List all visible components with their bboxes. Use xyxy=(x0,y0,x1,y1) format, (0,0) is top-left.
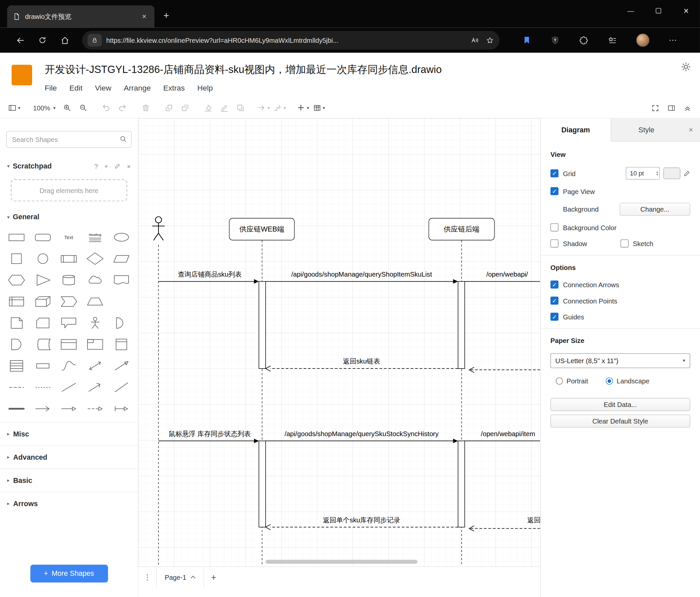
format-panel-toggle-button[interactable] xyxy=(663,100,679,115)
message-label[interactable]: 返回 xyxy=(527,516,540,525)
menu-help[interactable]: Help xyxy=(197,84,213,93)
shape-ellipse[interactable] xyxy=(108,226,134,248)
page-tab[interactable]: Page-1 xyxy=(156,567,204,588)
lifeline-header-web[interactable]: 供应链WEB端 xyxy=(229,218,295,240)
insert-button[interactable]: ▾ xyxy=(295,100,311,115)
shape-trapezoid[interactable] xyxy=(82,291,108,312)
shape-callout[interactable] xyxy=(56,312,82,334)
shape-actor[interactable] xyxy=(82,312,108,334)
message-label[interactable]: 返回sku链表 xyxy=(343,358,380,366)
shape-rectangle[interactable] xyxy=(4,226,30,248)
connection-button[interactable]: ▾ xyxy=(255,100,271,115)
url-bar[interactable]: https://file.kkview.cn/onlinePreview?url… xyxy=(82,31,499,50)
browser-menu-icon[interactable]: ⋯ xyxy=(669,35,677,45)
spinner-icon[interactable]: ▴▾ xyxy=(656,171,658,176)
lock-icon[interactable] xyxy=(88,34,102,46)
grid-checkbox[interactable] xyxy=(551,169,558,177)
actor-figure[interactable] xyxy=(152,217,165,240)
delete-button[interactable] xyxy=(138,100,153,115)
shape-vertical-container[interactable] xyxy=(108,334,134,355)
extensions-puzzle-icon[interactable] xyxy=(579,35,588,45)
menu-extras[interactable]: Extras xyxy=(164,84,185,93)
shape-cube[interactable] xyxy=(30,291,56,312)
menu-arrange[interactable]: Arrange xyxy=(124,84,150,93)
new-tab-button[interactable]: + xyxy=(164,10,169,22)
pages-menu-icon[interactable]: ⋮ xyxy=(139,567,156,588)
shape-diagonal-arrow[interactable] xyxy=(82,377,108,398)
sidebar-section-basic[interactable]: ▸Basic xyxy=(0,469,138,492)
browser-tab[interactable]: drawio文件预览 × xyxy=(7,5,154,27)
shape-thin-arrow[interactable] xyxy=(30,398,56,420)
redo-button[interactable] xyxy=(114,100,130,115)
window-minimize-button[interactable]: — xyxy=(617,0,645,22)
table-button[interactable]: ▾ xyxy=(311,100,327,115)
shape-note[interactable] xyxy=(4,312,30,334)
activation-bars[interactable] xyxy=(259,282,465,527)
scratchpad-header[interactable]: ▾ Scratchpad ? + × xyxy=(7,162,131,170)
tampermonkey-shield-icon[interactable]: T xyxy=(551,35,560,45)
shape-bidirectional-arrow[interactable] xyxy=(82,355,108,377)
message-label[interactable]: /api/goods/shopManage/queryShopItemSkuLi… xyxy=(291,270,432,278)
shadow-checkbox[interactable] xyxy=(551,239,558,247)
window-maximize-button[interactable] xyxy=(645,0,673,22)
shape-list[interactable] xyxy=(4,355,30,377)
undo-button[interactable] xyxy=(98,100,114,115)
shape-square[interactable] xyxy=(4,248,30,270)
shape-arrow[interactable] xyxy=(108,355,134,377)
shape-curve[interactable] xyxy=(56,355,82,377)
landscape-option[interactable]: Landscape xyxy=(606,377,649,385)
fullscreen-button[interactable] xyxy=(647,100,663,115)
shape-list-item[interactable] xyxy=(30,355,56,377)
line-color-button[interactable] xyxy=(216,100,232,115)
scratchpad-edit-icon[interactable] xyxy=(114,163,121,169)
sidebar-section-misc[interactable]: ▸Misc xyxy=(0,422,138,446)
page-view-checkbox[interactable] xyxy=(551,187,558,195)
shape-process[interactable] xyxy=(56,248,82,270)
waypoints-button[interactable]: ▾ xyxy=(271,100,288,115)
shape-step[interactable] xyxy=(56,291,82,312)
panel-close-icon[interactable]: × xyxy=(682,118,700,141)
shape-dotted-line[interactable] xyxy=(30,377,56,398)
tab-style[interactable]: Style xyxy=(611,118,682,141)
window-close-button[interactable]: × xyxy=(672,0,700,22)
sidebar-section-arrows[interactable]: ▸Arrows xyxy=(0,492,138,515)
blue-bookmark-extension-icon[interactable] xyxy=(522,36,531,45)
shape-container[interactable] xyxy=(56,334,82,355)
paper-size-select[interactable]: US-Letter (8,5" x 11") ▾ xyxy=(551,353,691,368)
shape-diagonal-line[interactable] xyxy=(108,377,134,398)
to-back-button[interactable] xyxy=(177,100,193,115)
grid-color-swatch[interactable] xyxy=(663,167,680,179)
shape-internal-storage[interactable] xyxy=(4,291,30,312)
message-label[interactable]: /api/goods/shopManage/querySkuStockSyncH… xyxy=(285,430,439,437)
clear-default-style-button[interactable]: Clear Default Style xyxy=(551,414,691,428)
shape-dashed-connector[interactable] xyxy=(82,398,108,420)
horizontal-scrollbar[interactable] xyxy=(266,560,417,564)
shape-diamond[interactable] xyxy=(82,248,108,270)
edit-data-button[interactable]: Edit Data... xyxy=(551,398,691,411)
favorite-star-icon[interactable] xyxy=(485,36,494,44)
scratchpad-dropzone[interactable]: Drag elements here xyxy=(10,179,127,201)
shape-cylinder[interactable] xyxy=(56,269,82,291)
shape-arrow-connector[interactable] xyxy=(108,398,134,420)
sketch-checkbox[interactable] xyxy=(621,239,628,247)
shape-rounded-rectangle[interactable] xyxy=(30,226,56,248)
shape-parallelogram[interactable] xyxy=(108,248,134,270)
theme-toggle-sun-icon[interactable] xyxy=(681,62,691,72)
shape-directional-connector[interactable] xyxy=(56,398,82,420)
portrait-option[interactable]: Portrait xyxy=(556,377,588,385)
message-label[interactable]: 鼠标悬浮 库存同步状态列表 xyxy=(169,430,251,438)
zoom-in-button[interactable] xyxy=(59,100,75,115)
shape-circle[interactable] xyxy=(30,248,56,270)
edit-color-icon[interactable] xyxy=(683,170,690,176)
message-label[interactable]: /open/webapi/item xyxy=(481,430,535,437)
sidebar-section-general[interactable]: ▾ General xyxy=(7,213,131,221)
scratchpad-add-icon[interactable]: + xyxy=(104,163,108,170)
add-page-button[interactable]: + xyxy=(204,567,223,588)
change-background-button[interactable]: Change... xyxy=(620,202,690,216)
portrait-radio[interactable] xyxy=(556,377,563,384)
diagram-canvas[interactable]: 供应链WEB端 供应链后端 查询店铺商品sku列表 /api/goods/sho… xyxy=(139,118,540,567)
tab-diagram[interactable]: Diagram xyxy=(541,118,611,142)
scratchpad-close-icon[interactable]: × xyxy=(127,163,131,170)
shape-data-storage[interactable] xyxy=(30,334,56,355)
page-view-select-button[interactable]: ▾ xyxy=(6,100,22,115)
